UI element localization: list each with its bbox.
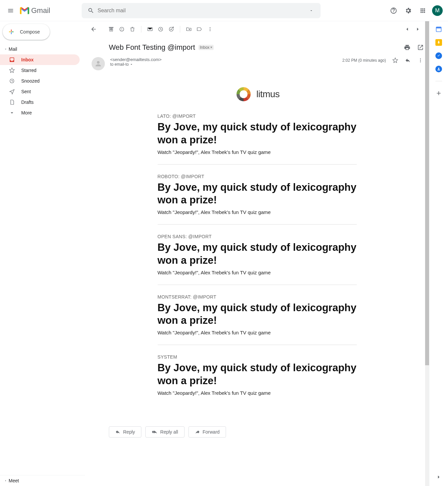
reply-button[interactable] — [405, 57, 411, 64]
move-button[interactable] — [186, 26, 192, 33]
file-icon — [9, 99, 15, 105]
side-panel — [429, 21, 448, 486]
sidebar-item-label: Drafts — [21, 100, 34, 105]
collapse-panel-button[interactable] — [436, 474, 442, 480]
delete-button[interactable] — [129, 26, 136, 33]
forward-icon — [195, 429, 200, 435]
person-icon — [94, 60, 102, 68]
scrollbar-track[interactable] — [425, 21, 429, 486]
sidebar-item-sent[interactable]: Sent — [0, 86, 80, 97]
spam-button[interactable] — [118, 26, 125, 33]
inbox-label-chip[interactable]: Inbox× — [198, 45, 214, 50]
font-sample-sub: Watch "Jeopardy!", Alex Trebek's fun TV … — [158, 270, 357, 275]
sidebar-item-snoozed[interactable]: Snoozed — [0, 76, 80, 86]
snooze-button[interactable] — [157, 26, 164, 33]
gmail-icon — [20, 7, 29, 14]
chevron-right-icon — [436, 474, 442, 480]
keep-icon — [437, 40, 441, 44]
litmus-brand-text: litmus — [256, 89, 279, 100]
search-button[interactable] — [84, 4, 98, 17]
search-icon — [88, 7, 94, 14]
sidebar: Compose Mail Inbox Starred Snoozed Sent — [0, 21, 85, 486]
svg-point-9 — [420, 58, 421, 59]
subject-bar: Web Font Testing @import Inbox× — [85, 37, 429, 54]
get-addons-button[interactable] — [435, 90, 442, 97]
back-button[interactable] — [90, 26, 97, 33]
sidebar-item-label: Inbox — [21, 57, 34, 62]
caret-right-icon — [4, 479, 7, 482]
prev-message-button[interactable] — [404, 26, 411, 33]
litmus-wheel-icon — [234, 85, 253, 104]
add-task-button[interactable] — [168, 26, 175, 33]
sidebar-item-label: More — [21, 110, 32, 115]
email-body: litmus LATO: @IMPORTBy Jove, my quick st… — [85, 73, 429, 424]
font-label: SYSTEM — [158, 354, 357, 360]
svg-point-10 — [420, 60, 421, 61]
svg-point-6 — [210, 27, 210, 28]
message-pane: Web Font Testing @import Inbox× <sender@… — [85, 21, 429, 486]
gear-icon — [405, 7, 412, 14]
more-button[interactable] — [207, 26, 213, 33]
recipient-summary[interactable]: to email-to — [110, 62, 337, 67]
font-sample-heading: By Jove, my quick study of lexicography … — [158, 181, 357, 207]
clock-icon — [9, 78, 15, 84]
meet-section-label: Meet — [9, 478, 19, 483]
font-sample-block: LATO: @IMPORTBy Jove, my quick study of … — [158, 113, 357, 165]
gmail-logo[interactable]: Gmail — [19, 6, 82, 15]
font-label: LATO: @IMPORT — [158, 113, 357, 119]
settings-button[interactable] — [402, 4, 415, 17]
tasks-addon[interactable] — [435, 52, 442, 59]
message-header: <sender@emailtests.com> to email-to 2:02… — [85, 54, 429, 73]
search-options-button[interactable] — [305, 4, 318, 17]
meet-section-toggle[interactable]: Meet — [0, 475, 85, 486]
font-sample-block: ROBOTO: @IMPORTBy Jove, my quick study o… — [158, 174, 357, 225]
plus-icon — [7, 28, 15, 36]
sidebar-item-drafts[interactable]: Drafts — [0, 97, 80, 107]
reply-action-button[interactable]: Reply — [109, 426, 141, 438]
font-sample-heading: By Jove, my quick study of lexicography … — [158, 121, 357, 147]
search-bar[interactable] — [82, 3, 321, 18]
forward-action-button[interactable]: Forward — [188, 426, 226, 438]
contacts-addon[interactable] — [435, 66, 442, 72]
close-icon[interactable]: × — [210, 45, 212, 50]
print-button[interactable] — [404, 44, 411, 51]
sidebar-item-more[interactable]: More — [0, 107, 80, 118]
svg-point-8 — [210, 30, 210, 31]
account-avatar[interactable]: M — [432, 5, 443, 16]
sidebar-item-starred[interactable]: Starred — [0, 65, 80, 76]
calendar-addon[interactable] — [435, 26, 442, 33]
person-icon — [437, 67, 441, 71]
archive-button[interactable] — [108, 26, 114, 33]
font-sample-block: SYSTEMBy Jove, my quick study of lexicog… — [158, 354, 357, 405]
open-new-window-button[interactable] — [417, 44, 424, 51]
reply-bar: Reply Reply all Forward — [85, 424, 429, 443]
mark-unread-button[interactable] — [147, 26, 153, 33]
star-message-button[interactable] — [392, 57, 399, 64]
message-subject: Web Font Testing @import — [109, 43, 195, 52]
keep-addon[interactable] — [435, 39, 442, 46]
reply-all-action-button[interactable]: Reply all — [145, 426, 185, 438]
font-sample-sub: Watch "Jeopardy!", Alex Trebek's fun TV … — [158, 209, 357, 215]
sidebar-item-inbox[interactable]: Inbox — [0, 54, 80, 65]
sender-avatar[interactable] — [92, 57, 105, 70]
next-message-button[interactable] — [414, 26, 421, 33]
search-input[interactable] — [98, 8, 305, 14]
mail-section-toggle[interactable]: Mail — [0, 44, 85, 54]
sidebar-item-label: Snoozed — [21, 78, 39, 84]
font-label: MONTSERRAT: @IMPORT — [158, 294, 357, 300]
support-button[interactable] — [387, 4, 400, 17]
mail-section-label: Mail — [9, 46, 17, 52]
font-label: ROBOTO: @IMPORT — [158, 174, 357, 179]
reply-icon — [115, 429, 120, 435]
apps-button[interactable] — [416, 4, 429, 17]
labels-button[interactable] — [196, 26, 203, 33]
compose-button[interactable]: Compose — [3, 24, 50, 40]
reply-all-icon — [152, 429, 158, 435]
main-menu-button[interactable] — [3, 3, 19, 19]
caret-down-icon — [4, 47, 7, 51]
font-sample-sub: Watch "Jeopardy!", Alex Trebek's fun TV … — [158, 330, 357, 335]
message-more-button[interactable] — [417, 57, 424, 64]
sender-address: <sender@emailtests.com> — [110, 57, 337, 62]
sidebar-item-label: Starred — [21, 68, 37, 73]
scrollbar-thumb[interactable] — [425, 21, 429, 365]
